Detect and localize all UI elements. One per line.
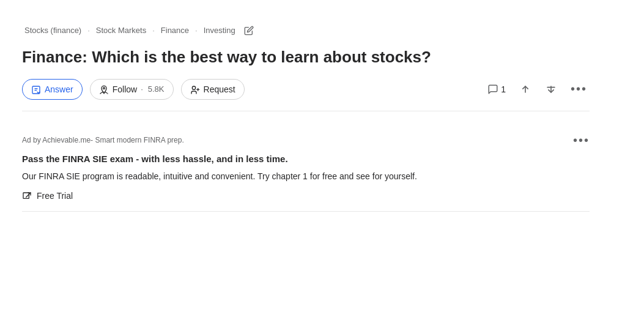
action-left: Answer Follow · 5.8K <box>22 79 245 100</box>
ad-cta-link[interactable]: Free Trial <box>22 190 590 201</box>
topic-sep-2: · <box>152 26 155 35</box>
share-icon <box>545 83 557 95</box>
ad-body: Our FINRA SIE program is readable, intui… <box>22 170 590 184</box>
downvote-button[interactable] <box>517 81 534 98</box>
answer-button[interactable]: Answer <box>22 79 83 100</box>
ad-headline: Pass the FINRA SIE exam - with less hass… <box>22 152 590 165</box>
ad-cta-label: Free Trial <box>37 191 73 201</box>
answer-label: Answer <box>45 84 73 94</box>
topic-sep-3: · <box>195 26 198 35</box>
answer-icon <box>31 84 41 95</box>
follow-button[interactable]: Follow · 5.8K <box>90 79 174 100</box>
ad-label: Ad by Achievable.me- Smart modern FINRA … <box>22 136 184 144</box>
topic-tag-finance[interactable]: Finance <box>158 24 191 36</box>
comment-icon <box>487 84 498 95</box>
topic-tag-markets[interactable]: Stock Markets <box>94 24 149 36</box>
follow-count: 5.8K <box>148 84 165 94</box>
svg-point-3 <box>103 87 105 89</box>
action-right: 1 ••• <box>485 81 590 98</box>
topic-tag-investing[interactable]: Investing <box>201 24 238 36</box>
request-label: Request <box>204 84 235 94</box>
question-title: Finance: Which is the best way to learn … <box>22 47 590 68</box>
follow-dot: · <box>141 84 143 94</box>
more-options-button[interactable]: ••• <box>568 82 590 96</box>
ad-more-button[interactable]: ••• <box>573 133 590 147</box>
follow-label: Follow <box>113 84 137 94</box>
external-link-icon <box>22 190 32 201</box>
request-button[interactable]: Request <box>181 79 245 100</box>
svg-point-4 <box>192 86 195 89</box>
ad-section: Ad by Achievable.me- Smart modern FINRA … <box>22 124 590 212</box>
topic-tags: Stocks (finance) · Stock Markets · Finan… <box>22 24 590 36</box>
topic-tag-stocks[interactable]: Stocks (finance) <box>22 24 84 36</box>
share-button[interactable] <box>542 81 560 98</box>
edit-topics-icon[interactable] <box>244 25 254 35</box>
comment-button[interactable]: 1 <box>485 81 508 97</box>
page-wrapper: Stocks (finance) · Stock Markets · Finan… <box>0 0 612 224</box>
topic-sep-1: · <box>87 26 90 35</box>
comment-count: 1 <box>501 84 506 94</box>
request-icon <box>190 84 200 95</box>
follow-icon <box>99 84 109 95</box>
action-bar: Answer Follow · 5.8K <box>22 79 590 111</box>
ad-header: Ad by Achievable.me- Smart modern FINRA … <box>22 133 590 147</box>
downvote-icon <box>519 83 531 95</box>
